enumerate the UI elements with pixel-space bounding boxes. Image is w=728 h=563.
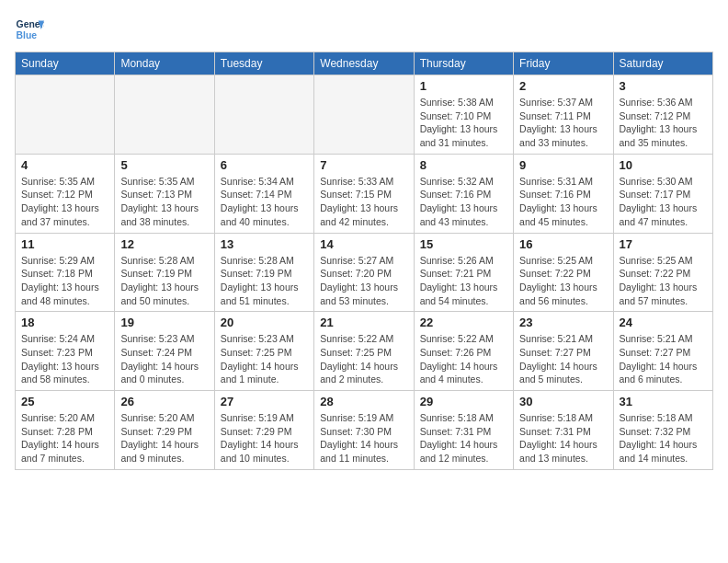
calendar-cell: 20Sunrise: 5:23 AM Sunset: 7:25 PM Dayli… bbox=[214, 312, 313, 391]
cell-date-number: 27 bbox=[221, 395, 308, 408]
weekday-header: Tuesday bbox=[214, 52, 313, 75]
cell-daylight-info: Sunrise: 5:33 AM Sunset: 7:15 PM Dayligh… bbox=[320, 175, 407, 229]
calendar-week-row: 4Sunrise: 5:35 AM Sunset: 7:12 PM Daylig… bbox=[16, 154, 713, 233]
cell-daylight-info: Sunrise: 5:28 AM Sunset: 7:19 PM Dayligh… bbox=[221, 254, 308, 308]
cell-daylight-info: Sunrise: 5:37 AM Sunset: 7:11 PM Dayligh… bbox=[519, 96, 607, 150]
cell-daylight-info: Sunrise: 5:23 AM Sunset: 7:24 PM Dayligh… bbox=[120, 332, 208, 386]
cell-daylight-info: Sunrise: 5:29 AM Sunset: 7:18 PM Dayligh… bbox=[21, 254, 108, 308]
calendar-cell: 14Sunrise: 5:27 AM Sunset: 7:20 PM Dayli… bbox=[314, 233, 414, 312]
calendar-cell: 6Sunrise: 5:34 AM Sunset: 7:14 PM Daylig… bbox=[214, 154, 313, 233]
cell-date-number: 26 bbox=[120, 395, 208, 408]
cell-daylight-info: Sunrise: 5:18 AM Sunset: 7:32 PM Dayligh… bbox=[620, 411, 707, 465]
calendar-header-row: SundayMondayTuesdayWednesdayThursdayFrid… bbox=[16, 52, 713, 75]
cell-daylight-info: Sunrise: 5:35 AM Sunset: 7:12 PM Dayligh… bbox=[21, 175, 108, 229]
cell-date-number: 31 bbox=[620, 395, 707, 408]
calendar-cell: 24Sunrise: 5:21 AM Sunset: 7:27 PM Dayli… bbox=[613, 312, 712, 391]
cell-date-number: 16 bbox=[519, 237, 607, 251]
cell-daylight-info: Sunrise: 5:31 AM Sunset: 7:16 PM Dayligh… bbox=[519, 175, 607, 229]
cell-daylight-info: Sunrise: 5:36 AM Sunset: 7:12 PM Dayligh… bbox=[620, 96, 707, 150]
cell-daylight-info: Sunrise: 5:30 AM Sunset: 7:17 PM Dayligh… bbox=[620, 175, 707, 229]
calendar-cell bbox=[115, 75, 214, 155]
calendar-cell: 29Sunrise: 5:18 AM Sunset: 7:31 PM Dayli… bbox=[414, 391, 513, 470]
weekday-header: Wednesday bbox=[314, 52, 414, 75]
cell-date-number: 1 bbox=[420, 79, 507, 93]
cell-daylight-info: Sunrise: 5:25 AM Sunset: 7:22 PM Dayligh… bbox=[620, 254, 707, 308]
calendar-cell: 31Sunrise: 5:18 AM Sunset: 7:32 PM Dayli… bbox=[613, 391, 712, 470]
cell-date-number: 4 bbox=[21, 158, 108, 172]
calendar-cell: 16Sunrise: 5:25 AM Sunset: 7:22 PM Dayli… bbox=[514, 233, 613, 312]
cell-daylight-info: Sunrise: 5:20 AM Sunset: 7:28 PM Dayligh… bbox=[21, 411, 108, 465]
weekday-header: Monday bbox=[115, 52, 214, 75]
cell-date-number: 30 bbox=[519, 395, 607, 408]
calendar-cell: 3Sunrise: 5:36 AM Sunset: 7:12 PM Daylig… bbox=[613, 75, 712, 155]
cell-daylight-info: Sunrise: 5:18 AM Sunset: 7:31 PM Dayligh… bbox=[420, 411, 507, 465]
weekday-header: Sunday bbox=[16, 52, 115, 75]
cell-date-number: 9 bbox=[519, 158, 607, 172]
calendar-cell: 26Sunrise: 5:20 AM Sunset: 7:29 PM Dayli… bbox=[115, 391, 214, 470]
cell-daylight-info: Sunrise: 5:22 AM Sunset: 7:26 PM Dayligh… bbox=[420, 332, 507, 386]
cell-date-number: 21 bbox=[320, 316, 407, 329]
cell-daylight-info: Sunrise: 5:32 AM Sunset: 7:16 PM Dayligh… bbox=[420, 175, 507, 229]
cell-date-number: 17 bbox=[620, 237, 707, 251]
calendar-cell: 30Sunrise: 5:18 AM Sunset: 7:31 PM Dayli… bbox=[514, 391, 613, 470]
calendar-cell: 23Sunrise: 5:21 AM Sunset: 7:27 PM Dayli… bbox=[514, 312, 613, 391]
cell-date-number: 6 bbox=[221, 158, 308, 172]
cell-date-number: 10 bbox=[620, 158, 707, 172]
cell-daylight-info: Sunrise: 5:20 AM Sunset: 7:29 PM Dayligh… bbox=[120, 411, 208, 465]
cell-date-number: 23 bbox=[519, 316, 607, 329]
cell-date-number: 24 bbox=[620, 316, 707, 329]
calendar-cell: 18Sunrise: 5:24 AM Sunset: 7:23 PM Dayli… bbox=[16, 312, 115, 391]
weekday-header: Thursday bbox=[414, 52, 513, 75]
cell-date-number: 13 bbox=[221, 237, 308, 251]
cell-daylight-info: Sunrise: 5:27 AM Sunset: 7:20 PM Dayligh… bbox=[320, 254, 407, 308]
weekday-header: Friday bbox=[514, 52, 613, 75]
calendar-cell: 13Sunrise: 5:28 AM Sunset: 7:19 PM Dayli… bbox=[214, 233, 313, 312]
calendar-cell: 5Sunrise: 5:35 AM Sunset: 7:13 PM Daylig… bbox=[115, 154, 214, 233]
cell-date-number: 7 bbox=[320, 158, 407, 172]
cell-daylight-info: Sunrise: 5:21 AM Sunset: 7:27 PM Dayligh… bbox=[620, 332, 707, 386]
calendar-week-row: 18Sunrise: 5:24 AM Sunset: 7:23 PM Dayli… bbox=[16, 312, 713, 391]
cell-date-number: 15 bbox=[420, 237, 507, 251]
cell-daylight-info: Sunrise: 5:19 AM Sunset: 7:29 PM Dayligh… bbox=[221, 411, 308, 465]
cell-daylight-info: Sunrise: 5:23 AM Sunset: 7:25 PM Dayligh… bbox=[221, 332, 308, 386]
cell-daylight-info: Sunrise: 5:19 AM Sunset: 7:30 PM Dayligh… bbox=[320, 411, 407, 465]
cell-date-number: 22 bbox=[420, 316, 507, 329]
svg-text:Blue: Blue bbox=[17, 30, 38, 40]
calendar-week-row: 25Sunrise: 5:20 AM Sunset: 7:28 PM Dayli… bbox=[16, 391, 713, 470]
cell-daylight-info: Sunrise: 5:25 AM Sunset: 7:22 PM Dayligh… bbox=[519, 254, 607, 308]
cell-daylight-info: Sunrise: 5:22 AM Sunset: 7:25 PM Dayligh… bbox=[320, 332, 407, 386]
weekday-header: Saturday bbox=[613, 52, 712, 75]
calendar-cell: 25Sunrise: 5:20 AM Sunset: 7:28 PM Dayli… bbox=[16, 391, 115, 470]
calendar-cell: 22Sunrise: 5:22 AM Sunset: 7:26 PM Dayli… bbox=[414, 312, 513, 391]
cell-date-number: 20 bbox=[221, 316, 308, 329]
cell-daylight-info: Sunrise: 5:28 AM Sunset: 7:19 PM Dayligh… bbox=[120, 254, 208, 308]
calendar-table: SundayMondayTuesdayWednesdayThursdayFrid… bbox=[15, 52, 713, 470]
calendar-week-row: 1Sunrise: 5:38 AM Sunset: 7:10 PM Daylig… bbox=[16, 75, 713, 155]
calendar-cell: 10Sunrise: 5:30 AM Sunset: 7:17 PM Dayli… bbox=[613, 154, 712, 233]
cell-daylight-info: Sunrise: 5:26 AM Sunset: 7:21 PM Dayligh… bbox=[420, 254, 507, 308]
calendar-cell: 9Sunrise: 5:31 AM Sunset: 7:16 PM Daylig… bbox=[514, 154, 613, 233]
calendar-cell bbox=[214, 75, 313, 155]
cell-date-number: 19 bbox=[120, 316, 208, 329]
calendar-cell bbox=[16, 75, 115, 155]
calendar-cell: 11Sunrise: 5:29 AM Sunset: 7:18 PM Dayli… bbox=[16, 233, 115, 312]
calendar-cell: 2Sunrise: 5:37 AM Sunset: 7:11 PM Daylig… bbox=[514, 75, 613, 155]
calendar-cell: 7Sunrise: 5:33 AM Sunset: 7:15 PM Daylig… bbox=[314, 154, 414, 233]
calendar-cell: 19Sunrise: 5:23 AM Sunset: 7:24 PM Dayli… bbox=[115, 312, 214, 391]
logo-icon: General Blue bbox=[15, 15, 44, 44]
cell-daylight-info: Sunrise: 5:38 AM Sunset: 7:10 PM Dayligh… bbox=[420, 96, 507, 150]
cell-date-number: 28 bbox=[320, 395, 407, 408]
cell-date-number: 5 bbox=[120, 158, 208, 172]
cell-date-number: 2 bbox=[519, 79, 607, 93]
cell-date-number: 3 bbox=[620, 79, 707, 93]
calendar-cell: 27Sunrise: 5:19 AM Sunset: 7:29 PM Dayli… bbox=[214, 391, 313, 470]
calendar-cell: 1Sunrise: 5:38 AM Sunset: 7:10 PM Daylig… bbox=[414, 75, 513, 155]
cell-daylight-info: Sunrise: 5:21 AM Sunset: 7:27 PM Dayligh… bbox=[519, 332, 607, 386]
cell-date-number: 12 bbox=[120, 237, 208, 251]
cell-daylight-info: Sunrise: 5:34 AM Sunset: 7:14 PM Dayligh… bbox=[221, 175, 308, 229]
logo: General Blue bbox=[15, 15, 48, 44]
calendar-cell: 21Sunrise: 5:22 AM Sunset: 7:25 PM Dayli… bbox=[314, 312, 414, 391]
calendar-cell: 8Sunrise: 5:32 AM Sunset: 7:16 PM Daylig… bbox=[414, 154, 513, 233]
calendar-cell: 17Sunrise: 5:25 AM Sunset: 7:22 PM Dayli… bbox=[613, 233, 712, 312]
cell-date-number: 29 bbox=[420, 395, 507, 408]
